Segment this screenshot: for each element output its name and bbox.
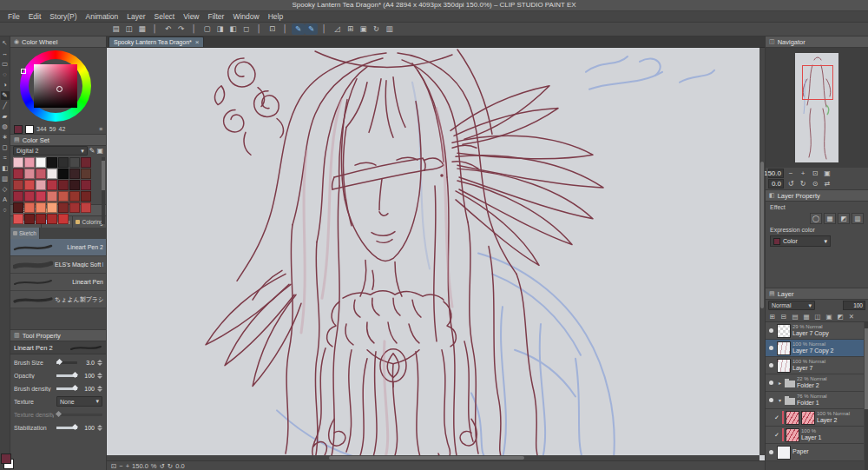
border-effect-icon[interactable]: ◯ <box>810 213 822 224</box>
zoom-in-icon[interactable]: + <box>126 462 129 470</box>
color-options-icon[interactable]: ≡ <box>99 126 102 132</box>
zoom-out-icon[interactable]: − <box>786 169 796 177</box>
brush-size-slider[interactable] <box>56 361 77 364</box>
sub-color-chip[interactable] <box>25 125 34 134</box>
visibility-eye-icon[interactable] <box>767 361 775 369</box>
color-swatch[interactable] <box>81 191 91 202</box>
layer-mask-icon[interactable]: ◫ <box>812 313 823 321</box>
property-texture[interactable]: Texture None ▾ <box>14 396 102 407</box>
move-tool-icon[interactable]: ↔ <box>1 50 10 58</box>
folder-row[interactable]: ▸ 22 % Normal Folder 2 <box>766 374 864 392</box>
color-swatch[interactable] <box>58 191 69 202</box>
color-swatch[interactable] <box>69 202 80 213</box>
color-swatch[interactable] <box>13 191 23 202</box>
deselect-icon[interactable]: ▢ <box>201 23 214 35</box>
tone-effect-icon[interactable]: ▦ <box>824 213 836 224</box>
brush-item[interactable]: Lineart Pen <box>10 274 106 291</box>
value-stepper[interactable] <box>97 425 102 431</box>
lasso-tool-icon[interactable]: ◌ <box>1 70 10 79</box>
brush-item[interactable]: ちょよん製ブラシ2式 <box>10 291 106 308</box>
menu-item[interactable]: Story(P) <box>45 12 81 21</box>
color-swatch[interactable] <box>24 157 35 168</box>
fit-screen-icon[interactable]: ⊡ <box>266 23 279 35</box>
merge-down-icon[interactable]: ▦ <box>801 313 812 321</box>
document-tab[interactable]: Spooky Lantern Tea Dragon* × <box>108 36 204 47</box>
color-swatch[interactable] <box>36 191 46 202</box>
color-swatch[interactable] <box>47 169 57 179</box>
menu-item[interactable]: Animation <box>82 12 123 21</box>
sv-marker[interactable] <box>56 86 62 92</box>
menu-item[interactable]: Help <box>264 12 287 21</box>
expand-collapse-icon[interactable]: ▸ <box>777 380 783 386</box>
visibility-eye-icon[interactable] <box>767 344 775 352</box>
canvas[interactable] <box>107 48 765 460</box>
layer-row-selected[interactable]: 100 % Normal Layer 7 Copy 2 <box>766 340 864 357</box>
redo-icon[interactable]: ↷ <box>174 23 187 35</box>
color-set-scrollbar[interactable] <box>102 157 105 224</box>
menu-item[interactable]: Edit <box>24 12 46 21</box>
new-folder-icon[interactable]: ⊟ <box>779 313 789 321</box>
brush-tool-icon[interactable]: ▰ <box>1 112 10 121</box>
undo-icon[interactable]: ↶ <box>161 23 174 35</box>
visibility-eye-icon[interactable] <box>767 327 775 334</box>
visibility-eye-icon[interactable] <box>767 448 775 456</box>
color-swatch[interactable] <box>69 157 80 168</box>
color-swatch[interactable] <box>13 202 23 213</box>
primary-color-chip[interactable] <box>1 453 11 464</box>
balloon-tool-icon[interactable]: ○ <box>1 206 10 215</box>
hue-marker[interactable] <box>21 69 26 74</box>
menu-item[interactable]: Window <box>228 12 263 21</box>
property-brush-size[interactable]: Brush Size 3.0 <box>14 357 102 367</box>
layer-row[interactable]: ✓ 100 % Layer 1 <box>766 427 864 444</box>
stabilization-slider[interactable] <box>56 427 77 429</box>
layer-list-scrollbar[interactable] <box>865 322 868 470</box>
rotate-right-icon[interactable]: ↻ <box>798 180 808 188</box>
invert-selection-icon[interactable]: ◨ <box>214 23 227 35</box>
draft-check-icon[interactable]: ✓ <box>774 432 780 439</box>
figure-tool-icon[interactable]: ◇ <box>1 185 10 194</box>
save-icon[interactable]: ▦ <box>135 23 148 35</box>
texture-select[interactable]: None ▾ <box>56 396 102 407</box>
zoom-out-icon[interactable]: − <box>119 462 122 470</box>
canvas-horizontal-scrollbar[interactable] <box>107 455 760 460</box>
rotate-left-icon[interactable]: ↺ <box>160 462 165 470</box>
pen-tool-icon[interactable]: ✎ <box>1 91 10 100</box>
menu-item[interactable]: Filter <box>204 12 229 21</box>
visibility-eye-icon[interactable] <box>767 379 775 387</box>
open-file-icon[interactable]: ◫ <box>122 23 135 35</box>
color-swatch[interactable] <box>69 180 80 190</box>
layer-row[interactable]: ✓ 100 % Normal Layer 2 <box>766 409 864 427</box>
fit-screen-icon[interactable]: ⊡ <box>810 169 820 177</box>
clear-icon[interactable]: ◻ <box>240 23 253 35</box>
value-stepper[interactable] <box>97 360 102 366</box>
property-stabilization[interactable]: Stabilization 100 <box>14 422 102 433</box>
reset-rotation-icon[interactable]: ⊙ <box>810 180 820 188</box>
opacity-slider[interactable] <box>56 374 77 377</box>
color-swatch[interactable] <box>47 202 57 213</box>
color-swatch[interactable] <box>24 202 35 213</box>
brush-item[interactable]: ELS's Magic Soft Pen <box>10 256 106 274</box>
color-swatch[interactable] <box>13 169 23 179</box>
blend-mode-select[interactable]: Normal ▾ <box>768 301 815 310</box>
zoom-in-icon[interactable]: + <box>798 169 808 177</box>
draft-check-icon[interactable]: ✓ <box>774 414 780 421</box>
current-color-chip[interactable] <box>14 125 23 134</box>
material-icon[interactable]: ▥ <box>383 23 396 35</box>
expression-color-select[interactable]: Color ▾ <box>770 235 831 247</box>
color-swatch[interactable] <box>69 191 80 202</box>
color-swatch[interactable] <box>47 214 57 224</box>
rotate-right-icon[interactable]: ↻ <box>168 462 173 470</box>
color-swatch[interactable] <box>24 214 35 224</box>
gradient-tool-icon[interactable]: ▥ <box>1 175 10 183</box>
divide-view-icon[interactable]: ◩ <box>835 313 845 321</box>
color-swatch[interactable] <box>13 157 23 168</box>
color-swatch[interactable] <box>47 191 57 202</box>
color-swatch[interactable] <box>81 157 91 168</box>
color-swatch[interactable] <box>36 214 46 224</box>
color-swatch[interactable] <box>58 180 69 190</box>
color-chips[interactable] <box>1 453 10 467</box>
expand-collapse-icon[interactable]: ▾ <box>777 397 783 403</box>
layer-row[interactable]: 29 % Normal Layer 7 Copy <box>766 322 864 340</box>
color-set-select[interactable]: Digital 2 ▾ <box>13 146 88 156</box>
rotate-canvas-icon[interactable]: ↻ <box>370 23 383 35</box>
